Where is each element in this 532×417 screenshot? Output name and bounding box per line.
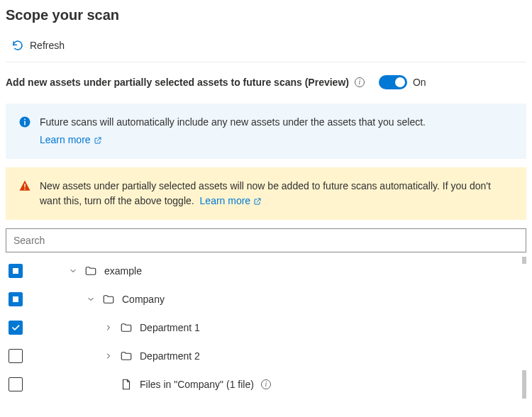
chevron-down-icon[interactable] xyxy=(69,267,77,275)
file-icon xyxy=(120,378,133,391)
node-label: Department 2 xyxy=(140,350,200,362)
chevron-down-icon[interactable] xyxy=(87,295,95,304)
node-label: Files in "Company" (1 file) xyxy=(140,379,254,390)
checkbox-unchecked[interactable] xyxy=(9,349,23,363)
external-link-icon xyxy=(94,136,102,145)
asset-tree: example Company Department 1 Department … xyxy=(6,257,526,399)
checkbox-checked[interactable] xyxy=(9,321,23,335)
svg-rect-3 xyxy=(24,184,26,187)
info-banner-text: Future scans will automatically include … xyxy=(40,116,426,128)
svg-rect-2 xyxy=(24,119,26,121)
info-learn-more-link[interactable]: Learn more xyxy=(40,133,102,148)
scrollbar[interactable] xyxy=(522,370,526,399)
search-input[interactable] xyxy=(6,228,526,252)
tree-row-example[interactable]: example xyxy=(6,257,526,285)
folder-icon xyxy=(120,350,133,362)
folder-icon xyxy=(120,321,133,334)
node-label: Department 1 xyxy=(140,322,200,333)
toggle-switch[interactable] xyxy=(379,75,407,89)
node-label: Company xyxy=(122,294,165,305)
checkbox-partial[interactable] xyxy=(9,264,23,278)
folder-icon xyxy=(84,265,97,277)
warning-icon xyxy=(18,179,31,192)
refresh-button[interactable]: Refresh xyxy=(6,36,70,55)
refresh-icon xyxy=(11,39,24,52)
node-label: example xyxy=(104,265,142,277)
scroll-indicator xyxy=(522,257,526,264)
warning-banner-text: New assets under partially selected asse… xyxy=(40,180,491,206)
checkbox-partial[interactable] xyxy=(9,292,23,306)
info-icon[interactable]: i xyxy=(355,77,365,87)
toggle-row: Add new assets under partially selected … xyxy=(6,75,526,89)
toolbar: Refresh xyxy=(6,36,526,62)
refresh-label: Refresh xyxy=(30,40,65,51)
info-circle-icon xyxy=(18,116,31,128)
toggle-label: Add new assets under partially selected … xyxy=(6,77,349,88)
warning-learn-more-link[interactable]: Learn more xyxy=(200,194,262,208)
info-banner: Future scans will automatically include … xyxy=(6,104,526,159)
chevron-right-icon[interactable] xyxy=(104,323,113,332)
chevron-right-icon[interactable] xyxy=(104,352,113,360)
external-link-icon xyxy=(253,197,262,206)
info-icon[interactable]: i xyxy=(261,379,271,389)
toggle-state-label: On xyxy=(413,77,426,88)
tree-row-company[interactable]: Company xyxy=(6,285,526,313)
svg-rect-4 xyxy=(24,189,26,190)
tree-row-files[interactable]: Files in "Company" (1 file) i xyxy=(6,370,526,399)
svg-rect-1 xyxy=(24,121,26,126)
page-title: Scope your scan xyxy=(6,7,526,23)
checkbox-unchecked[interactable] xyxy=(9,377,23,391)
tree-row-department-1[interactable]: Department 1 xyxy=(6,313,526,342)
tree-row-department-2[interactable]: Department 2 xyxy=(6,342,526,370)
warning-banner: New assets under partially selected asse… xyxy=(6,167,526,220)
folder-icon xyxy=(102,293,115,306)
